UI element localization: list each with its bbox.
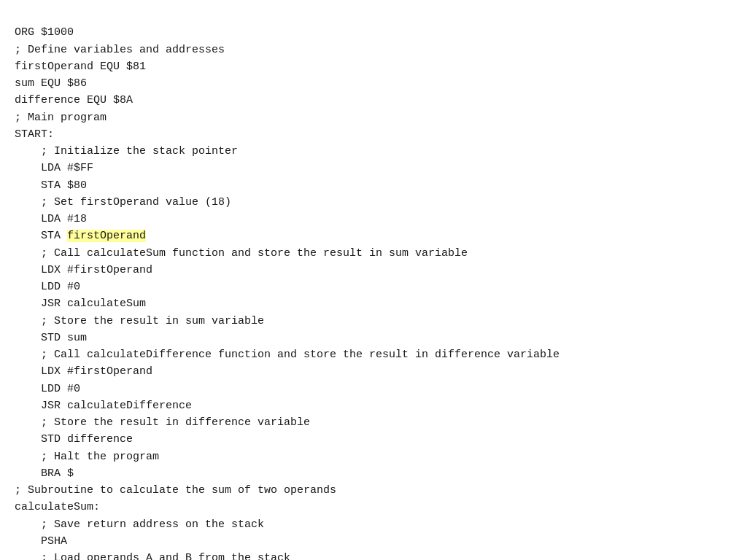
code-line: LDD #0 <box>15 279 732 295</box>
code-line: ; Load operands A and B from the stack <box>15 550 732 560</box>
code-line: ; Store the result in sum variable <box>15 313 732 330</box>
code-line: ; Main program <box>15 109 732 126</box>
code-line: difference EQU $8A <box>15 92 732 109</box>
code-line: ; Save return address on the stack <box>15 516 732 533</box>
code-line: START: <box>15 126 732 143</box>
code-editor: ORG $1000; Define variables and addresse… <box>15 7 732 560</box>
code-line: ; Set firstOperand value (18) <box>15 194 732 211</box>
code-line: LDA #18 <box>15 211 732 228</box>
code-line: JSR calculateSum <box>15 295 732 312</box>
code-line: LDX #firstOperand <box>15 363 732 380</box>
code-line: LDD #0 <box>15 381 732 397</box>
code-line: ; Call calculateSum function and store t… <box>15 245 732 262</box>
code-line: ; Call calculateDifference function and … <box>15 346 732 363</box>
code-line: ; Subroutine to calculate the sum of two… <box>15 482 732 499</box>
code-line: BRA $ <box>15 465 732 482</box>
code-line: ; Define variables and addresses <box>15 42 732 58</box>
code-line: STD sum <box>15 330 732 346</box>
code-line: firstOperand EQU $81 <box>15 58 732 75</box>
code-line: ; Halt the program <box>15 448 732 465</box>
code-line: STD difference <box>15 431 732 448</box>
code-line: PSHA <box>15 533 732 550</box>
code-line: STA firstOperand <box>15 228 732 244</box>
code-line: sum EQU $86 <box>15 75 732 92</box>
code-line: STA $80 <box>15 177 732 194</box>
code-line: ; Store the result in difference variabl… <box>15 414 732 431</box>
code-line: ; Initialize the stack pointer <box>15 143 732 160</box>
code-line: LDX #firstOperand <box>15 262 732 279</box>
code-line: ORG $1000 <box>15 24 732 41</box>
code-line: JSR calculateDifference <box>15 397 732 414</box>
code-line: calculateSum: <box>15 499 732 516</box>
code-line: LDA #$FF <box>15 160 732 176</box>
